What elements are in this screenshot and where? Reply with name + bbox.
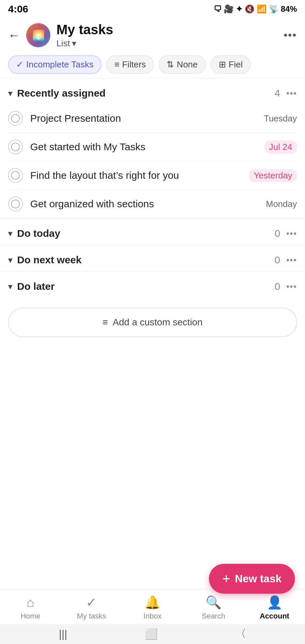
account-icon: 👤 xyxy=(267,595,282,610)
section-do-later-title: Do later xyxy=(17,281,55,292)
home-gesture-icon: ⬜ xyxy=(144,628,158,640)
section-do-later-count: 0 xyxy=(275,281,280,292)
bottom-nav: ⌂ Home ✓ My tasks 🔔 Inbox 🔍 Search 👤 Acc… xyxy=(0,589,305,624)
nav-home-label: Home xyxy=(20,612,40,621)
check-inner xyxy=(11,143,20,151)
filter-bar: ✓ Incomplete Tasks ≡ Filters ⇅ None ⊞ Fi… xyxy=(0,52,305,78)
task-date: Tuesday xyxy=(264,113,297,124)
sort-icon: ⇅ xyxy=(167,59,174,70)
wifi-icon: 📶 xyxy=(257,4,267,14)
nav-item-home[interactable]: ⌂ Home xyxy=(0,595,61,621)
header: ← 🌅 My tasks List ▾ ••• xyxy=(0,17,305,52)
video-icon: 🎥 xyxy=(224,4,234,14)
fab-label: New task xyxy=(235,573,281,585)
section-header-right: 4 ••• xyxy=(275,88,297,99)
task-check-button[interactable] xyxy=(8,140,23,154)
mute-icon: 🔇 xyxy=(245,4,255,14)
section-title-block: ▾ Do today xyxy=(8,228,60,239)
section-recently-assigned-count: 4 xyxy=(275,88,280,99)
new-task-fab[interactable]: + New task xyxy=(209,564,295,594)
section-more-button[interactable]: ••• xyxy=(286,255,297,265)
header-subtitle[interactable]: List ▾ xyxy=(56,38,113,49)
task-name: Get started with My Tasks xyxy=(30,141,257,153)
header-title-block: My tasks List ▾ xyxy=(56,21,113,49)
nav-account-label: Account xyxy=(260,612,289,621)
section-title-block: ▾ Do later xyxy=(8,281,55,292)
check-inner xyxy=(11,114,20,123)
nav-inbox-label: Inbox xyxy=(143,612,162,621)
section-header-right: 0 ••• xyxy=(275,254,297,266)
status-icons: 🗨 🎥 ✦ 🔇 📶 📡 84% xyxy=(214,4,297,14)
bluetooth-icon: ✦ xyxy=(236,4,243,14)
chevron-down-icon: ▾ xyxy=(72,38,76,49)
nav-item-inbox[interactable]: 🔔 Inbox xyxy=(122,595,183,621)
header-left: ← 🌅 My tasks List ▾ xyxy=(8,21,113,49)
task-check-button[interactable] xyxy=(8,168,23,183)
messenger-icon: 🗨 xyxy=(214,4,222,14)
section-header-right: 0 ••• xyxy=(275,281,297,292)
my-tasks-icon: ✓ xyxy=(86,595,97,610)
section-chevron-icon[interactable]: ▾ xyxy=(8,281,12,292)
more-options-button[interactable]: ••• xyxy=(284,29,297,41)
nav-search-label: Search xyxy=(202,612,225,621)
filter-icon: ≡ xyxy=(114,59,119,70)
task-name: Get organized with sections xyxy=(30,198,259,210)
gesture-bar: ||| ⬜ 〈 xyxy=(0,624,305,644)
section-do-later: ▾ Do later 0 ••• xyxy=(0,271,305,298)
section-more-button[interactable]: ••• xyxy=(286,281,297,292)
section-chevron-icon[interactable]: ▾ xyxy=(8,255,12,265)
filter-incomplete-tasks[interactable]: ✓ Incomplete Tasks xyxy=(8,55,101,74)
section-recently-assigned-title: Recently assigned xyxy=(17,88,105,99)
task-item[interactable]: Project Presentation Tuesday xyxy=(0,104,305,132)
nav-item-my-tasks[interactable]: ✓ My tasks xyxy=(61,595,122,621)
task-item[interactable]: Find the layout that’s right for you Yes… xyxy=(0,161,305,190)
fields-icon: ⊞ xyxy=(219,59,226,70)
filter-fields[interactable]: ⊞ Fiel xyxy=(211,55,251,74)
section-title-block: ▾ Recently assigned xyxy=(8,88,105,99)
task-date-overdue: Jul 24 xyxy=(264,141,297,154)
task-item[interactable]: Get started with My Tasks Jul 24 xyxy=(0,133,305,161)
nav-my-tasks-label: My tasks xyxy=(77,612,106,621)
section-chevron-icon[interactable]: ▾ xyxy=(8,88,12,99)
filter-filters[interactable]: ≡ Filters xyxy=(106,55,154,74)
section-header-right: 0 ••• xyxy=(275,228,297,239)
avatar: 🌅 xyxy=(26,23,50,47)
task-date: Monday xyxy=(266,199,297,209)
status-bar: 4:06 🗨 🎥 ✦ 🔇 📶 📡 84% xyxy=(0,0,305,17)
task-check-button[interactable] xyxy=(8,197,23,211)
check-circle-icon: ✓ xyxy=(16,59,24,70)
view-label: List xyxy=(56,38,70,49)
back-gesture-icon: 〈 xyxy=(235,627,246,641)
signal-icon: 📡 xyxy=(269,4,279,14)
section-chevron-icon[interactable]: ▾ xyxy=(8,228,12,239)
search-icon: 🔍 xyxy=(206,595,221,610)
nav-item-search[interactable]: 🔍 Search xyxy=(183,595,244,621)
task-date-yesterday: Yesterday xyxy=(249,169,297,182)
task-name: Find the layout that’s right for you xyxy=(30,170,242,181)
add-custom-section-button[interactable]: ≡ Add a custom section xyxy=(8,308,297,337)
task-item[interactable]: Get organized with sections Monday xyxy=(0,190,305,218)
filter-incomplete-label: Incomplete Tasks xyxy=(26,59,93,70)
check-inner xyxy=(11,171,20,180)
section-do-next-week-count: 0 xyxy=(275,254,280,266)
section-more-button[interactable]: ••• xyxy=(286,228,297,239)
task-name: Project Presentation xyxy=(30,113,256,124)
filter-sort-label: None xyxy=(177,59,198,70)
section-do-next-week-title: Do next week xyxy=(17,254,82,266)
filter-fields-label: Fiel xyxy=(229,59,243,70)
check-inner xyxy=(11,200,20,208)
section-do-next-week: ▾ Do next week 0 ••• xyxy=(0,245,305,271)
add-section-icon: ≡ xyxy=(102,317,108,328)
filter-sort[interactable]: ⇅ None xyxy=(159,55,206,74)
add-section-label: Add a custom section xyxy=(113,317,203,328)
filter-filters-label: Filters xyxy=(122,59,146,70)
nav-item-account[interactable]: 👤 Account xyxy=(244,595,305,621)
inbox-icon: 🔔 xyxy=(144,595,160,610)
back-button[interactable]: ← xyxy=(8,28,20,42)
fab-plus-icon: + xyxy=(222,571,230,586)
battery-text: 84% xyxy=(281,4,297,14)
section-recently-assigned: ▾ Recently assigned 4 ••• xyxy=(0,78,305,104)
task-check-button[interactable] xyxy=(8,111,23,126)
section-more-button[interactable]: ••• xyxy=(286,88,297,99)
status-time: 4:06 xyxy=(8,3,28,15)
